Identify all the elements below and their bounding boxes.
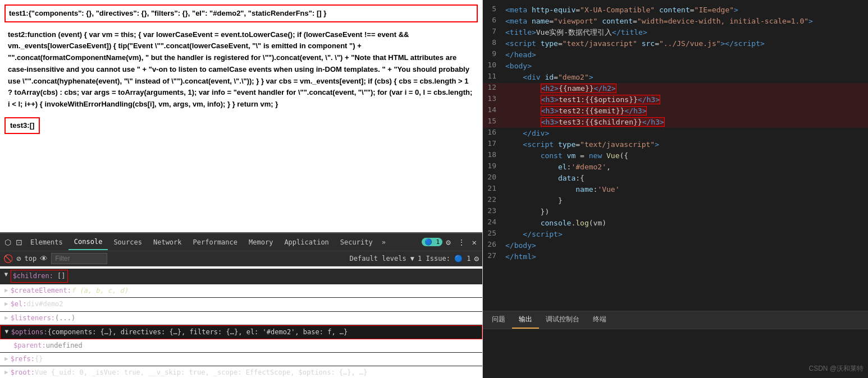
tab-network[interactable]: Network — [148, 235, 188, 250]
devtools-badge: 🔵 1 — [422, 238, 442, 246]
code-line-12: 12 <h2>{{name}}</h2> — [483, 83, 868, 94]
test2-output: test2:function (event) { var vm = this; … — [4, 27, 478, 113]
default-levels-dropdown[interactable]: Default levels ▼ — [349, 255, 414, 262]
tab-performance[interactable]: Performance — [188, 235, 243, 250]
line-number: 27 — [483, 251, 505, 260]
test2-content: function (event) { var vm = this; { var … — [8, 30, 472, 109]
tab-debug-console[interactable]: 调试控制台 — [539, 311, 586, 329]
test3-content: [] — [30, 121, 35, 130]
line-number: 13 — [483, 94, 505, 103]
code-line-13: 13 <h3>test1:{{$options}}</h3> — [483, 94, 868, 105]
code-line-17: 17 <script type="text/javascript"> — [483, 139, 868, 150]
line-content: </html> — [505, 251, 536, 262]
right-bottom-tabs: 问题 输出 调试控制台 终端 — [483, 311, 868, 329]
line-content: </body> — [505, 240, 536, 251]
code-line-27: 27</html> — [483, 251, 868, 262]
test2-label: test2: — [8, 30, 28, 39]
line-content: </div> — [505, 128, 549, 139]
devtools-settings-icon[interactable]: ⚙ — [442, 236, 454, 249]
console-parent-line[interactable]: $parent: undefined — [0, 339, 482, 353]
line-number: 10 — [483, 61, 505, 69]
clear-console-icon[interactable]: 🚫 — [3, 254, 13, 263]
console-root-line[interactable]: ▶ $root: Vue {_uid: 0, _isVue: true, __v… — [0, 366, 482, 378]
devtools-container: ⬡ ⊡ Elements Console Sources Network Per… — [0, 232, 482, 378]
tab-console[interactable]: Console — [68, 234, 108, 250]
line-content: <h3>test3:{{$children}}</h3> — [505, 117, 665, 128]
refs-expand-arrow[interactable]: ▶ — [4, 354, 8, 364]
code-line-8: 8<script type="text/javascript" src="../… — [483, 38, 868, 49]
devtools-toolbar: 🚫 ⊘ top 👁 Default levels ▼ 1 Issue: 🔵 1 … — [0, 251, 482, 266]
devtools-dots-icon[interactable]: ⋮ — [454, 236, 469, 249]
line-number: 15 — [483, 117, 505, 125]
line-content: const vm = new Vue({ — [505, 150, 628, 162]
stop-icon[interactable]: ⊘ — [16, 254, 21, 263]
tab-memory[interactable]: Memory — [243, 235, 278, 250]
tab-sources[interactable]: Sources — [108, 235, 148, 250]
code-line-18: 18 const vm = new Vue({ — [483, 150, 868, 162]
code-line-7: 7<title>Vue实例-数据代理引入</title> — [483, 27, 868, 38]
line-number: 16 — [483, 128, 505, 136]
code-lines: 5<meta http-equiv="X-UA-Compatible" cont… — [483, 4, 868, 262]
line-number: 6 — [483, 16, 505, 24]
devtools-close-icon[interactable]: ✕ — [469, 236, 480, 249]
code-line-14: 14 <h3>test2:{{$emit}}</h3> — [483, 105, 868, 117]
line-number: 9 — [483, 49, 505, 58]
tab-output[interactable]: 输出 — [512, 311, 539, 329]
code-line-10: 10<body> — [483, 61, 868, 72]
root-expand-arrow[interactable]: ▶ — [4, 367, 8, 377]
listeners-expand-arrow[interactable]: ▶ — [4, 313, 8, 323]
code-line-9: 9</head> — [483, 49, 868, 61]
line-number: 8 — [483, 38, 505, 47]
tab-elements[interactable]: Elements — [25, 235, 68, 250]
children-expand-arrow[interactable]: ▶ — [2, 273, 12, 276]
test3-output: test3:[] — [4, 117, 40, 134]
code-line-24: 24 console.log(vm) — [483, 218, 868, 229]
line-content: <meta name="viewport" content="width=dev… — [505, 16, 813, 27]
test1-output: test1:{"components": {}, "directives": {… — [4, 4, 478, 22]
line-content: <script type="text/javascript"> — [505, 139, 659, 150]
devtools-pointer-icon[interactable]: ⬡ — [2, 237, 13, 248]
el-expand-arrow[interactable]: ▶ — [4, 299, 8, 309]
console-children-line[interactable]: ▶ $children: [] — [0, 269, 482, 284]
console-options-line[interactable]: ▶ $options: {components: {…}, directives… — [0, 325, 482, 339]
console-output: ▶ $children: [] ▶ $createElement: f (a, … — [0, 266, 482, 378]
code-line-5: 5<meta http-equiv="X-UA-Compatible" cont… — [483, 4, 868, 16]
console-refs-line[interactable]: ▶ $refs: {} — [0, 353, 482, 366]
issue-badge[interactable]: 1 Issue: 🔵 1 — [418, 255, 470, 262]
line-content: } — [505, 195, 563, 206]
console-listeners-line[interactable]: ▶ $listeners: (...) — [0, 312, 482, 325]
devtools-device-icon[interactable]: ⊡ — [13, 237, 25, 248]
tab-issues[interactable]: 问题 — [485, 311, 512, 329]
filter-input[interactable] — [51, 253, 107, 264]
output-area: test1:{"components": {}, "directives": {… — [0, 0, 482, 232]
top-label[interactable]: top — [24, 255, 36, 262]
code-line-16: 16 </div> — [483, 128, 868, 139]
line-content: el:'#demo2', — [505, 162, 611, 173]
line-content: </script> — [505, 229, 563, 240]
line-content: }) — [505, 206, 549, 218]
code-line-26: 26</body> — [483, 240, 868, 251]
line-content: console.log(vm) — [505, 218, 606, 229]
options-expand-arrow[interactable]: ▶ — [2, 330, 12, 334]
eye-icon[interactable]: 👁 — [40, 254, 48, 263]
line-content: </head> — [505, 49, 536, 61]
line-number: 21 — [483, 184, 505, 192]
tab-more-icon[interactable]: » — [378, 236, 389, 248]
tab-application[interactable]: Application — [278, 235, 334, 250]
line-content: <h3>test1:{{$options}}</h3> — [505, 94, 660, 105]
tab-security[interactable]: Security — [335, 235, 378, 250]
code-line-25: 25 </script> — [483, 229, 868, 240]
line-content: <meta http-equiv="X-UA-Compatible" conte… — [505, 4, 738, 16]
tab-terminal[interactable]: 终端 — [586, 311, 613, 329]
test1-content: {"components": {}, "directives": {}, "fi… — [29, 9, 327, 17]
console-createelement-line[interactable]: ▶ $createElement: f (a, b, c, d) — [0, 284, 482, 298]
test1-label: test1: — [9, 9, 29, 17]
console-settings-icon[interactable]: ⚙ — [474, 254, 479, 263]
createelement-expand-arrow[interactable]: ▶ — [4, 285, 8, 296]
line-number: 11 — [483, 72, 505, 80]
left-panel: test1:{"components": {}, "directives": {… — [0, 0, 483, 378]
children-key: $children: [] — [11, 270, 68, 283]
console-el-line[interactable]: ▶ $el: div#demo2 — [0, 298, 482, 311]
code-line-6: 6<meta name="viewport" content="width=de… — [483, 16, 868, 27]
line-content: <script type="text/javascript" src="../J… — [505, 38, 765, 49]
